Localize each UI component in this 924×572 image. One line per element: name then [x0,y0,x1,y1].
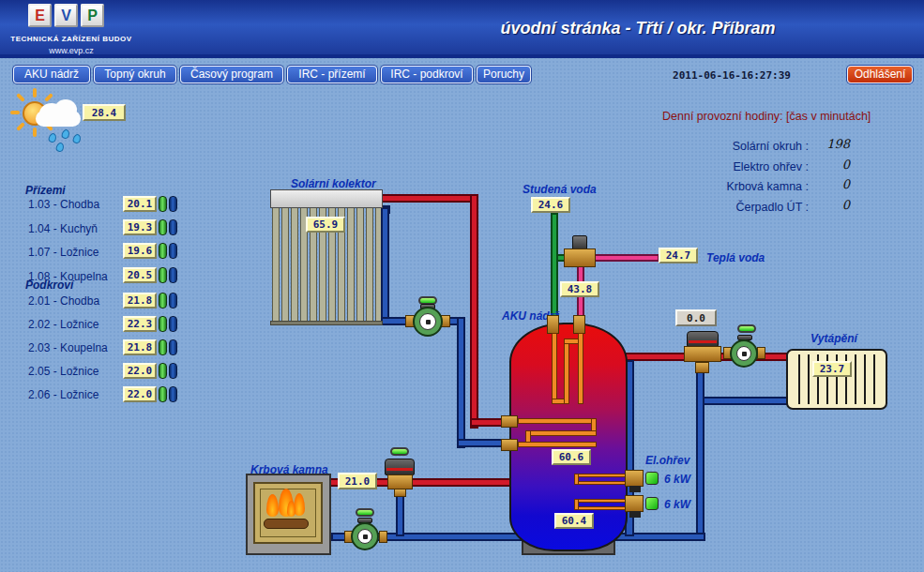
op-label-ut-pump: Čerpadlo ÚT : [657,201,809,214]
fireplace-valve-stub [394,489,406,497]
nav-button-irc-prizemi[interactable]: IRC - přízemí [287,66,377,83]
op-label-electric: Elektro ohřev : [657,160,809,173]
solar-collector-label: Solární kolektor [291,177,376,190]
heating-valve-actuator [687,331,719,347]
op-hours-title: Denní provozní hodiny: [čas v minutách] [662,110,871,123]
heating-indicator-green [159,219,167,235]
floor1-heading: Přízemi [25,184,66,197]
heating-indicator-green [159,339,167,355]
op-label-solar: Solární okruh : [657,140,809,153]
room-label: 2.02 - Ložnice [28,318,98,331]
mix-temp-box: 43.8 [560,281,599,297]
heater-led [645,472,659,485]
flame-icon [287,501,295,517]
pipe-fitting [501,439,518,451]
pipe-solar-supply [470,194,478,429]
scada-page: E V P TECHNICKÁ ZAŘÍZENÍ BUDOV www.evp.c… [0,0,924,572]
pipe-fitting [547,315,559,334]
heating-indicator-blue [169,293,177,309]
log-icon [264,519,309,529]
pipe-fitting [379,531,387,543]
room-temp-box: 20.1 [123,196,157,212]
heating-indicator-blue [169,316,177,332]
logo-tile-p: P [81,4,104,27]
nav-button-irc-podkrovi[interactable]: IRC - podkroví [381,66,473,83]
heating-pump-led [737,324,756,333]
heating-indicator-green [159,293,167,309]
fireplace-pump-led [356,508,374,517]
pipe-fitting [501,415,518,428]
nav-button-poruchy[interactable]: Poruchy [477,66,531,83]
logo-tile-v: V [54,4,78,27]
heater-element [576,474,627,477]
nav-button-aku-nadrz[interactable]: AKU nádrž [13,66,90,83]
logo-url: www.evp.cz [10,46,132,55]
heater-led [645,497,659,510]
nav-button-topny-okruh[interactable]: Topný okruh [94,66,176,83]
pipe-hot-water [594,254,659,262]
room-label: 1.03 - Chodba [28,198,99,211]
op-value-electric: 0 [812,158,850,172]
floor2-heading: Podkroví [25,278,73,292]
heating-indicator-blue [169,339,177,355]
pipe-fireplace-valve-branch [396,491,404,536]
room-temp-box: 21.8 [123,339,157,355]
valve-position-box: 0.0 [675,309,717,326]
solar-coil [525,430,597,436]
solar-temp-box: 65.9 [306,217,345,233]
heating-valve-stub [695,362,709,373]
op-label-fireplace: Krbová kamna : [657,180,809,193]
pipe-solar-return [381,207,389,325]
heating-indicator-green [159,363,167,379]
pipe-heating-return [696,370,704,539]
radiator-label: Vytápění [810,332,857,345]
hot-water-temp-box: 24.7 [659,248,698,263]
dhw-coil [564,342,569,404]
pipe-heating-return [702,397,788,405]
room-label: 1.07 - Ložnice [28,246,98,259]
logout-button[interactable]: Odhlášení [847,66,913,83]
fireplace-temp-box: 21.0 [338,473,377,489]
room-temp-box: 22.0 [123,386,157,402]
radiator-temp-box: 23.7 [812,361,852,377]
pipe-solar-supply [381,194,478,203]
room-temp-box: 19.6 [123,243,157,259]
heating-indicator-green [159,196,167,212]
heater-element-foot [629,486,641,492]
room-label: 2.01 - Chodba [28,294,99,308]
tank-temp-bottom-box: 60.4 [554,513,594,529]
heating-pump-icon [730,339,758,368]
room-temp-box: 20.5 [123,267,157,283]
dhw-coil [578,333,583,404]
mixing-valve [564,248,596,267]
heating-indicator-blue [169,267,177,283]
fireplace-pump-icon [351,522,379,550]
op-value-ut-pump: 0 [812,198,850,212]
heater-element [576,481,627,485]
fireplace-valve [387,474,413,489]
logo-tile-e: E [28,4,52,27]
solar-coil [518,418,597,424]
solar-pump-icon [413,307,443,337]
heater-element-foot [629,511,641,518]
cold-water-label: Studená voda [523,183,597,196]
heating-indicator-green [159,243,167,259]
heating-indicator-blue [169,219,177,235]
nav-button-casovy-program[interactable]: Časový program [180,66,283,83]
tank-temp-top-box: 60.6 [552,449,591,465]
room-temp-box: 21.8 [123,293,157,309]
pipe-solar-return [457,317,465,448]
heater-element [576,506,627,510]
heater-element-head [625,470,644,487]
solar-collector-header [270,189,383,208]
hot-water-label: Teplá voda [706,251,765,264]
pipe-fitting [573,315,585,334]
heating-indicator-blue [169,196,177,212]
solar-collector-footer [270,321,383,325]
pipe-fitting [757,347,765,359]
room-label: 1.04 - Kuchyň [28,222,98,235]
outdoor-temp-box: 28.4 [83,104,126,121]
page-title: úvodní stránka - Třtí / okr. Příbram [394,19,882,38]
heater-element [574,499,579,510]
heating-indicator-green [159,267,167,283]
